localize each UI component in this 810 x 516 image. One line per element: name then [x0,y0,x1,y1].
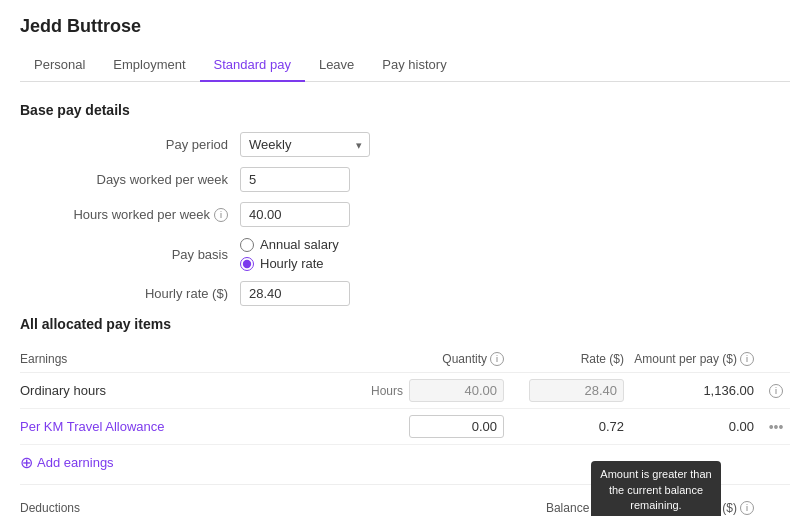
travel-allowance-row: Per KM Travel Allowance 0.72 0.00 ••• [20,409,790,445]
earnings-col-rate-header: Rate ($) [512,352,632,366]
add-earnings-label: Add earnings [37,455,114,470]
travel-allowance-actions-cell: ••• [762,419,790,435]
page-title: Jedd Buttrose [20,16,790,37]
ordinary-hours-quantity-input[interactable] [409,379,504,402]
ordinary-hours-rate-cell [512,379,632,402]
tab-employment[interactable]: Employment [99,49,199,82]
hourly-rate-radio-row: Hourly rate [240,256,339,271]
travel-allowance-amount: 0.00 [729,419,754,434]
tab-pay-history[interactable]: Pay history [368,49,460,82]
hours-worked-row: Hours worked per week i [20,202,790,227]
pay-basis-label: Pay basis [20,247,240,262]
deductions-amount-info-icon[interactable]: i [740,501,754,515]
hourly-rate-row: Hourly rate ($) [20,281,790,306]
hours-worked-info-icon[interactable]: i [214,208,228,222]
pay-period-select[interactable]: Weekly Fortnightly Monthly [240,132,370,157]
hours-worked-input[interactable] [240,202,350,227]
ordinary-hours-row-info-icon[interactable]: i [769,384,783,398]
add-earnings-icon: ⊕ [20,453,33,472]
earnings-col-amount-header: Amount per pay ($) i [632,352,762,366]
hours-worked-label: Hours worked per week i [20,207,240,222]
add-earnings-link[interactable]: ⊕ Add earnings [20,445,790,480]
hourly-rate-radio[interactable] [240,257,254,271]
travel-allowance-amount-cell: 0.00 [632,419,762,434]
earnings-col-quantity-header: Quantity i [382,352,512,366]
base-pay-title: Base pay details [20,102,790,118]
days-worked-row: Days worked per week [20,167,790,192]
ordinary-hours-quantity-cell: Hours [382,379,512,402]
pay-basis-row: Pay basis Annual salary Hourly rate [20,237,790,271]
hourly-rate-field-label: Hourly rate ($) [20,286,240,301]
annual-salary-radio[interactable] [240,238,254,252]
ordinary-hours-amount-cell: 1,136.00 [632,383,762,398]
pay-items-title: All allocated pay items [20,316,790,332]
ordinary-hours-unit: Hours [371,384,403,398]
hourly-rate-label: Hourly rate [260,256,324,271]
quantity-info-icon[interactable]: i [490,352,504,366]
ordinary-hours-rate-input[interactable] [529,379,624,402]
ordinary-hours-name: Ordinary hours [20,383,382,398]
tab-leave[interactable]: Leave [305,49,368,82]
travel-allowance-menu-icon[interactable]: ••• [769,419,784,435]
travel-allowance-quantity-input[interactable] [409,415,504,438]
hours-worked-control [240,202,350,227]
annual-salary-label: Annual salary [260,237,339,252]
deductions-subsection: Deductions Balance owing ($) i Court fin… [20,495,790,516]
section-divider [20,484,790,485]
days-worked-input[interactable] [240,167,350,192]
pay-period-label: Pay period [20,137,240,152]
ordinary-hours-row: Ordinary hours Hours 1,136.00 i [20,373,790,409]
tab-standard-pay[interactable]: Standard pay [200,49,305,82]
earnings-table-header: Earnings Quantity i Rate ($) Amount per … [20,346,790,373]
deductions-col-balance-header: Balance owing [502,501,632,515]
travel-allowance-name[interactable]: Per KM Travel Allowance [20,419,382,434]
travel-allowance-rate-cell: 0.72 [512,419,632,434]
base-pay-section: Base pay details Pay period Weekly Fortn… [20,102,790,306]
tab-bar: Personal Employment Standard pay Leave P… [20,49,790,82]
days-worked-label: Days worked per week [20,172,240,187]
hourly-rate-control [240,281,350,306]
travel-allowance-quantity-cell [382,415,512,438]
pay-basis-radio-group: Annual salary Hourly rate [240,237,339,271]
deductions-col-name-header: Deductions [20,501,502,515]
tab-personal[interactable]: Personal [20,49,99,82]
annual-salary-radio-row: Annual salary [240,237,339,252]
earnings-col-name-header: Earnings [20,352,382,366]
travel-allowance-rate: 0.72 [599,419,624,434]
pay-period-control: Weekly Fortnightly Monthly [240,132,370,157]
pay-basis-control: Annual salary Hourly rate [240,237,339,271]
ordinary-hours-actions-cell: i [762,384,790,398]
pay-period-row: Pay period Weekly Fortnightly Monthly [20,132,790,157]
ordinary-hours-amount: 1,136.00 [703,383,754,398]
hourly-rate-input[interactable] [240,281,350,306]
pay-items-section: All allocated pay items Earnings Quantit… [20,316,790,516]
amount-info-icon[interactable]: i [740,352,754,366]
pay-period-select-wrapper: Weekly Fortnightly Monthly [240,132,370,157]
earnings-subsection: Earnings Quantity i Rate ($) Amount per … [20,346,790,480]
deductions-col-amount-header: ($) i [632,501,762,515]
deductions-table-header: Deductions Balance owing ($) i [20,495,790,516]
days-worked-control [240,167,350,192]
